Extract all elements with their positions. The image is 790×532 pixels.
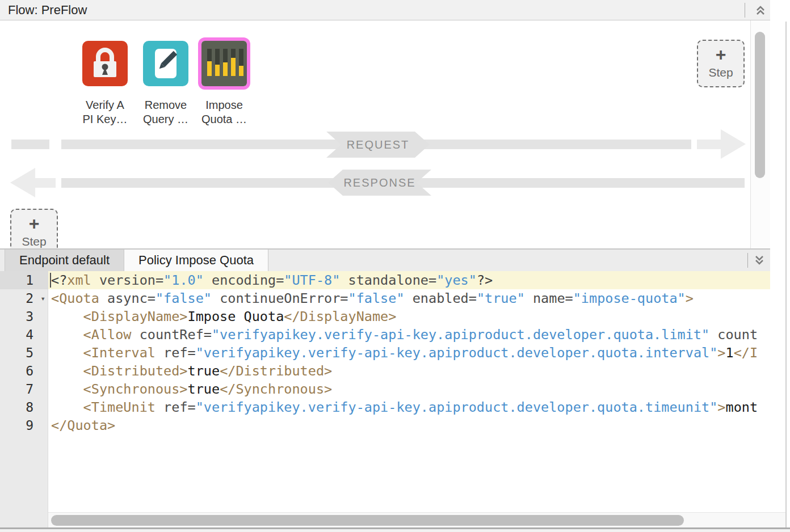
- editor-tab-bar: Endpoint default Policy Impose Quota: [0, 250, 770, 271]
- quota-bars-icon: [201, 41, 247, 86]
- code-line-content[interactable]: <Quota async="false" continueOnError="fa…: [48, 289, 770, 307]
- flow-vertical-scrollbar[interactable]: [750, 20, 770, 250]
- request-arrow-stem: [697, 140, 721, 149]
- chevrons-up-icon: [754, 9, 767, 19]
- response-badge: RESPONSE: [328, 170, 431, 196]
- code-token: <?: [51, 272, 67, 288]
- line-number: 2▾: [0, 289, 48, 307]
- code-token: [51, 345, 83, 361]
- flow-vertical-scrollbar-thumb[interactable]: [755, 32, 765, 178]
- tab-policy-impose-quota[interactable]: Policy Impose Quota: [124, 250, 268, 271]
- code-line[interactable]: 3 <DisplayName>Impose Quota</DisplayName…: [0, 307, 770, 326]
- code-token: [51, 309, 83, 324]
- line-number: 9: [0, 416, 48, 434]
- policy-label-line: Query …: [143, 112, 188, 126]
- code-line-content[interactable]: <Synchronous>true</Synchronous>: [48, 380, 770, 398]
- code-line-content[interactable]: <TimeUnit ref="verifyapikey.verify-api-k…: [48, 398, 770, 416]
- code-token: xml: [67, 272, 91, 288]
- line-number: 5: [0, 344, 48, 362]
- code-token: 1: [725, 345, 733, 361]
- policy-verify-api-key[interactable]: Verify A PI Key…: [71, 41, 139, 126]
- code-token: "verifyapikey.verify-api-key.apiproduct.…: [196, 345, 718, 361]
- chevrons-down-icon: [753, 259, 766, 269]
- flow-title: Flow: PreFlow: [8, 0, 87, 20]
- code-token: >: [717, 345, 725, 361]
- code-token: "1.0": [163, 272, 204, 288]
- code-token: Impose Quota: [188, 309, 284, 324]
- code-line[interactable]: 9</Quota>: [0, 416, 770, 434]
- code-token: >: [717, 399, 725, 415]
- code-line-content[interactable]: <DisplayName>Impose Quota</DisplayName>: [48, 307, 770, 326]
- code-token: "false": [156, 290, 212, 306]
- fold-toggle-icon[interactable]: ▾: [41, 289, 45, 307]
- response-arrow-stem: [35, 178, 56, 188]
- code-token: ?>: [477, 272, 493, 288]
- editor-horizontal-scrollbar[interactable]: [48, 512, 785, 527]
- add-step-request-button[interactable]: + Step: [697, 40, 745, 87]
- editor-horizontal-scrollbar-thumb[interactable]: [51, 515, 684, 526]
- policy-label-line: Impose: [201, 98, 247, 112]
- code-token: <Quota: [51, 290, 99, 306]
- line-number: 3: [0, 307, 48, 326]
- policy-label: Impose Quota …: [201, 98, 247, 126]
- add-step-label: Step: [22, 235, 46, 248]
- code-line[interactable]: 1<?xml version="1.0" encoding="UTF-8" st…: [0, 271, 770, 289]
- code-line-content[interactable]: </Quota>: [48, 416, 770, 434]
- code-token: "UTF-8": [284, 272, 340, 288]
- policy-remove-query[interactable]: Remove Query …: [132, 41, 200, 126]
- policy-impose-quota[interactable]: Impose Quota …: [190, 41, 258, 126]
- code-token: countRef=: [131, 327, 211, 343]
- code-lines: 1<?xml version="1.0" encoding="UTF-8" st…: [0, 271, 770, 512]
- line-number: 8: [0, 398, 48, 416]
- code-token: standalone=: [340, 272, 436, 288]
- request-arrow-right-icon: [721, 129, 746, 159]
- code-token: <Distributed>: [83, 363, 188, 379]
- code-token: "false": [348, 290, 405, 306]
- code-token: encoding=: [204, 272, 284, 288]
- code-line-content[interactable]: <Allow countRef="verifyapikey.verify-api…: [48, 326, 770, 344]
- code-line[interactable]: 4 <Allow countRef="verifyapikey.verify-a…: [0, 326, 770, 344]
- code-line[interactable]: 6 <Distributed>true</Distributed>: [0, 362, 770, 380]
- code-token: <Synchronous>: [83, 381, 188, 397]
- code-token: true: [188, 363, 220, 379]
- code-token: "yes": [436, 272, 477, 288]
- code-token: async=: [99, 290, 156, 306]
- right-panel-edge: [785, 22, 787, 527]
- response-arrow-left-icon: [10, 168, 35, 197]
- policy-label-line: Quota …: [201, 112, 247, 126]
- code-line-content[interactable]: <Distributed>true</Distributed>: [48, 362, 770, 380]
- xml-code-editor[interactable]: 1<?xml version="1.0" encoding="UTF-8" st…: [0, 271, 790, 527]
- code-token: name=: [525, 290, 573, 306]
- add-step-response-button[interactable]: + Step: [10, 209, 58, 250]
- proxy-editor-screen: Flow: PreFlow Verify A PI Key…: [0, 0, 790, 532]
- code-token: <TimeUnit: [83, 399, 156, 415]
- code-line[interactable]: 2▾<Quota async="false" continueOnError="…: [0, 289, 770, 307]
- code-token: <DisplayName>: [83, 309, 188, 324]
- tab-endpoint-default[interactable]: Endpoint default: [5, 250, 124, 271]
- code-token: "impose-quota": [573, 290, 686, 306]
- code-token: [51, 327, 83, 343]
- code-line-content[interactable]: <?xml version="1.0" encoding="UTF-8" sta…: [48, 271, 770, 289]
- collapse-flow-panel-button[interactable]: [754, 3, 767, 17]
- code-line-content[interactable]: <Interval ref="verifyapikey.verify-api-k…: [48, 344, 770, 362]
- lock-icon: [82, 41, 128, 86]
- plus-icon: +: [716, 45, 726, 64]
- code-token: [51, 363, 83, 379]
- policy-label-line: Remove: [143, 98, 188, 112]
- code-line[interactable]: 5 <Interval ref="verifyapikey.verify-api…: [0, 344, 770, 362]
- code-token: [51, 399, 83, 415]
- bottom-margin: [0, 529, 790, 532]
- request-track-segment: [11, 140, 49, 149]
- add-step-label: Step: [708, 66, 733, 79]
- code-token: <Allow: [83, 327, 132, 343]
- code-token: [51, 381, 83, 397]
- line-number: 6: [0, 362, 48, 380]
- code-token: enabled=: [405, 290, 477, 306]
- policy-label: Remove Query …: [143, 98, 188, 126]
- line-number: 1: [0, 271, 48, 289]
- code-line[interactable]: 8 <TimeUnit ref="verifyapikey.verify-api…: [0, 398, 770, 416]
- code-token: "true": [477, 290, 525, 306]
- code-token: "verifyapikey.verify-api-key.apiproduct.…: [196, 399, 718, 415]
- collapse-editor-panel-button[interactable]: [753, 254, 766, 267]
- code-line[interactable]: 7 <Synchronous>true</Synchronous>: [0, 380, 770, 398]
